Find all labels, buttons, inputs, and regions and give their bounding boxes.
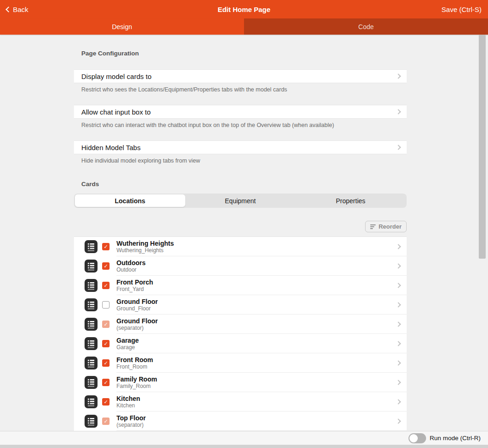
config-item: Allow chat input box to Restrict who can… [0,105,488,128]
chevron-right-icon [396,302,401,307]
check-icon: ✓ [104,244,108,249]
card-text: Ground Floor (separator) [116,318,158,331]
editor-tabbar: DesignCode [0,18,488,35]
card-list-row[interactable]: ✓ Kitchen Kitchen [74,392,407,412]
card-checkbox[interactable]: ✓ [102,359,110,367]
reorder-row: Reorder [74,221,407,232]
config-item-description: Restrict who can interact with the chatb… [81,122,405,128]
config-item-row[interactable]: Display model cards to [74,69,407,83]
list-card-icon [85,415,98,428]
chevron-right-icon [396,109,401,114]
card-list-row[interactable]: Ground Floor Ground_Floor [74,295,407,315]
run-mode-toggle[interactable] [409,433,426,443]
toggle-knob [409,434,418,442]
check-icon: ✓ [104,283,108,288]
sort-lines-icon [370,224,376,229]
chevron-right-icon [396,380,401,385]
card-list-row[interactable]: ✓ Top Floor (separator) [74,412,407,431]
card-checkbox[interactable]: ✓ [102,321,110,328]
config-item-label: Display model cards to [81,73,152,80]
config-item-row[interactable]: Hidden Model Tabs [74,140,407,154]
card-subtitle: Ground_Floor [116,306,158,311]
page-configuration-list: Display model cards to Restrict who sees… [0,69,488,164]
list-card-icon [85,337,98,350]
reorder-button[interactable]: Reorder [365,221,407,232]
card-text: Ground Floor Ground_Floor [116,298,158,311]
card-title: Front Porch [116,279,153,285]
list-card-icon [85,240,98,253]
chevron-right-icon [396,399,401,404]
card-list-row[interactable]: ✓ Family Room Family_Room [74,373,407,392]
card-title: Family Room [116,376,157,382]
card-subtitle: Kitchen [116,403,140,408]
card-title: Outdoors [116,260,146,266]
chevron-right-icon [396,418,401,424]
list-card-icon [85,318,98,331]
card-checkbox[interactable]: ✓ [102,243,110,250]
card-list-row[interactable]: ✓ Ground Floor (separator) [74,315,407,334]
card-text: Top Floor (separator) [116,415,146,428]
card-text: Front Room Front_Room [116,357,153,369]
card-title: Garage [116,337,139,344]
cards-segmented-control: LocationsEquipmentProperties [74,194,407,208]
reorder-label: Reorder [378,223,402,230]
card-list-row[interactable]: ✓ Garage Garage [74,334,407,353]
card-list-row[interactable]: ✓ Wuthering Heights Wuthering_Heights [74,237,407,256]
card-checkbox[interactable]: ✓ [102,340,110,347]
chevron-right-icon [396,263,401,268]
check-icon: ✓ [104,380,108,385]
config-item: Display model cards to Restrict who sees… [0,69,488,93]
card-title: Ground Floor [116,318,158,324]
check-icon: ✓ [104,322,108,327]
config-item-row[interactable]: Allow chat input box to [74,105,407,119]
card-checkbox[interactable]: ✓ [102,398,110,406]
check-icon: ✓ [104,361,108,366]
card-subtitle: Wuthering_Heights [116,248,174,253]
footer-bar: Run mode (Ctrl-R) [0,431,488,445]
chevron-right-icon [396,341,401,346]
card-title: Ground Floor [116,298,158,305]
card-checkbox[interactable]: ✓ [102,418,110,425]
chevron-right-icon [396,145,401,150]
chevron-right-icon [396,283,401,288]
card-checkbox[interactable]: ✓ [102,379,110,386]
config-item-label: Hidden Model Tabs [81,144,140,151]
card-subtitle: Front_Yard [116,286,153,292]
segment-properties[interactable]: Properties [295,194,406,207]
segment-locations[interactable]: Locations [75,194,185,207]
card-title: Top Floor [116,415,146,421]
card-text: Wuthering Heights Wuthering_Heights [116,240,174,253]
card-subtitle: Family_Room [116,383,157,389]
config-item-description: Restrict who sees the Locations/Equipmen… [81,87,405,93]
segment-equipment[interactable]: Equipment [185,194,296,207]
list-card-icon [85,357,98,369]
list-card-icon [85,298,98,311]
list-card-icon [85,260,98,272]
check-icon: ✓ [104,400,108,405]
card-title: Front Room [116,357,153,363]
card-subtitle: (separator) [116,325,158,331]
window-bottom-strip [0,445,488,448]
card-text: Front Porch Front_Yard [116,279,153,292]
save-button[interactable]: Save (Ctrl-S) [441,6,482,13]
page-title: Edit Home Page [0,6,488,13]
card-text: Outdoors Outdoor [116,260,146,272]
card-subtitle: (separator) [116,422,146,428]
card-text: Kitchen Kitchen [116,395,140,408]
page-configuration-heading: Page Configuration [81,50,488,57]
tab-code[interactable]: Code [244,18,488,35]
card-list-row[interactable]: ✓ Outdoors Outdoor [74,256,407,276]
card-checkbox[interactable]: ✓ [102,262,110,270]
vertical-scrollbar-thumb[interactable] [479,35,486,259]
check-icon: ✓ [104,419,108,424]
card-checkbox[interactable]: ✓ [102,282,110,289]
card-checkbox[interactable] [102,301,110,309]
card-list-row[interactable]: ✓ Front Room Front_Room [74,353,407,373]
back-button[interactable]: Back [6,6,28,13]
card-list-row[interactable]: ✓ Front Porch Front_Yard [74,276,407,295]
tab-design[interactable]: Design [0,18,244,35]
card-subtitle: Outdoor [116,267,146,272]
list-card-icon [85,279,98,292]
list-card-icon [85,376,98,389]
list-card-icon [85,395,98,408]
